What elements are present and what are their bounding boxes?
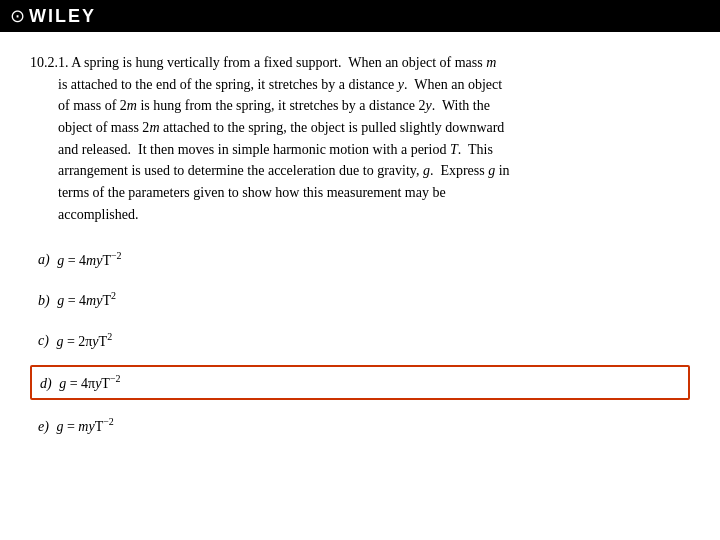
answer-e-label: e) (38, 419, 49, 434)
answers-list: a) g = 4myT−2 b) g = 4myT2 c) g = 2πyT2 … (30, 244, 690, 441)
problem-line5: and released. It then moves in simple ha… (30, 139, 690, 161)
answer-d-exponent: −2 (110, 373, 121, 384)
var-g2: g (488, 163, 495, 178)
var-y2: y (425, 98, 431, 113)
answer-a: a) g = 4myT−2 (30, 244, 690, 275)
answer-a-var-y: y (96, 252, 102, 267)
problem-line7: terms of the parameters given to show ho… (30, 182, 690, 204)
wiley-circle-icon: ⊙ (10, 5, 25, 27)
answer-e-var-y: y (88, 419, 94, 434)
answer-b-exponent: 2 (111, 290, 116, 301)
answer-c-var-g: g (56, 333, 63, 348)
problem-number: 10.2.1. (30, 55, 69, 70)
var-y1: y (398, 77, 404, 92)
main-content: 10.2.1. A spring is hung vertically from… (0, 32, 720, 467)
problem-line6: arrangement is used to determine the acc… (30, 160, 690, 182)
problem-line4: object of mass 2m attached to the spring… (30, 117, 690, 139)
answer-b-var-m: m (86, 293, 96, 308)
answer-a-label: a) (38, 252, 50, 267)
answer-c-exponent: 2 (107, 331, 112, 342)
problem-line8: accomplished. (30, 204, 690, 226)
var-m2: m (127, 98, 137, 113)
answer-b: b) g = 4myT2 (30, 284, 690, 315)
var-m1: m (486, 55, 496, 70)
answer-d: d) g = 4πyT−2 (30, 365, 690, 400)
problem-line3: of mass of 2m is hung from the spring, i… (30, 95, 690, 117)
problem-statement: 10.2.1. A spring is hung vertically from… (30, 52, 690, 226)
answer-b-label: b) (38, 293, 50, 308)
answer-a-var-g: g (57, 252, 64, 267)
wiley-logo: WILEY (29, 6, 96, 27)
answer-b-var-y: y (96, 293, 102, 308)
header-bar: ⊙ WILEY (0, 0, 720, 32)
answer-d-var-g: g (59, 376, 66, 391)
answer-a-exponent: −2 (111, 250, 122, 261)
answer-d-var-y: y (95, 376, 101, 391)
answer-e: e) g = myT−2 (30, 410, 690, 441)
answer-e-exponent: −2 (103, 416, 114, 427)
var-T: T (450, 142, 458, 157)
answer-d-label: d) (40, 376, 52, 391)
answer-c: c) g = 2πyT2 (30, 325, 690, 356)
answer-e-var-g: g (56, 419, 63, 434)
answer-c-var-y: y (92, 333, 98, 348)
var-g1: g (423, 163, 430, 178)
answer-b-var-g: g (57, 293, 64, 308)
answer-c-label: c) (38, 333, 49, 348)
answer-a-var-m: m (86, 252, 96, 267)
problem-line2: is attached to the end of the spring, it… (30, 74, 690, 96)
answer-e-var-m: m (78, 419, 88, 434)
var-m3: m (149, 120, 159, 135)
